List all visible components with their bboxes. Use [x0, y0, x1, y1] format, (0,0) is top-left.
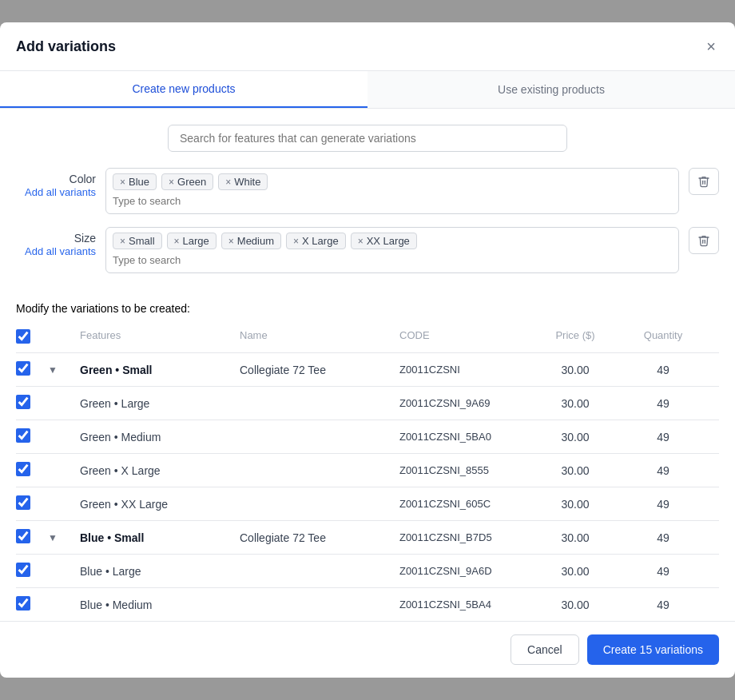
row0-price: 30.00	[527, 364, 623, 376]
color-search-input[interactable]	[113, 193, 672, 209]
size-label-container: Size Add all variants	[16, 227, 96, 257]
select-all-checkbox[interactable]	[16, 329, 30, 344]
size-delete-button[interactable]	[689, 227, 719, 254]
row6-feature: Blue • Large	[80, 565, 240, 578]
cancel-button[interactable]: Cancel	[511, 634, 579, 665]
row3-price: 30.00	[527, 464, 623, 477]
search-input[interactable]	[168, 125, 567, 152]
row4-feature: Green • XX Large	[80, 498, 240, 511]
row7-checkbox[interactable]	[16, 596, 30, 611]
tag-blue: ×Blue	[113, 173, 157, 190]
header-code: CODE	[399, 329, 527, 346]
row4-price: 30.00	[527, 498, 623, 511]
color-tags-row: ×Blue ×Green ×White	[113, 173, 672, 190]
row2-checkbox[interactable]	[16, 428, 30, 443]
size-search-input[interactable]	[113, 253, 672, 268]
header-quantity: Quantity	[623, 329, 703, 346]
header-features: Features	[80, 329, 240, 346]
variations-table: Features Name CODE Price ($) Quantity ▼ …	[0, 323, 735, 621]
row5-qty: 49	[623, 531, 703, 544]
modal-header: Add variations ×	[0, 22, 735, 71]
row3-checkbox-cell	[16, 462, 48, 479]
header-checkbox-col	[16, 329, 48, 346]
row4-checkbox[interactable]	[16, 495, 30, 510]
search-container	[168, 125, 567, 152]
header-name: Name	[240, 329, 399, 346]
row0-code: Z0011CZSNI	[399, 364, 527, 376]
close-button[interactable]: ×	[703, 35, 719, 58]
row6-price: 30.00	[527, 565, 623, 578]
add-variations-modal: Add variations × Create new products Use…	[0, 22, 735, 678]
row7-qty: 49	[623, 599, 703, 611]
table-row: Green • Large Z0011CZSNI_9A69 30.00 49	[16, 387, 719, 420]
size-add-all-link[interactable]: Add all variants	[25, 245, 96, 257]
row0-checkbox-cell	[16, 361, 48, 378]
row6-code: Z0011CZSNI_9A6D	[399, 565, 527, 577]
row0-qty: 49	[623, 364, 703, 376]
tag-xx-large-remove[interactable]: ×	[358, 236, 364, 247]
color-label: Color	[16, 173, 96, 185]
row7-checkbox-cell	[16, 596, 48, 613]
row7-price: 30.00	[527, 599, 623, 611]
table-row: Green • X Large Z0011CZSNI_8555 30.00 49	[16, 454, 719, 487]
row5-code: Z0011CZSNI_B7D5	[399, 531, 527, 543]
tag-large: ×Large	[167, 233, 217, 249]
tag-white-remove[interactable]: ×	[225, 177, 231, 188]
table-header: Features Name CODE Price ($) Quantity	[16, 323, 719, 353]
row1-checkbox[interactable]	[16, 395, 30, 409]
color-tags-container: ×Blue ×Green ×White	[105, 168, 679, 214]
trash-icon-size	[697, 234, 710, 247]
row0-name: Collegiate 72 Tee	[240, 364, 399, 376]
row1-price: 30.00	[527, 397, 623, 410]
tab-create-new[interactable]: Create new products	[0, 71, 368, 108]
tag-small: ×Small	[113, 233, 162, 249]
row3-code: Z0011CZSNI_8555	[399, 464, 527, 476]
color-label-container: Color Add all variants	[16, 168, 96, 198]
row5-chevron[interactable]: ▼	[48, 532, 80, 543]
tag-x-large: ×X Large	[286, 233, 346, 249]
tag-xx-large: ×XX Large	[351, 233, 417, 249]
modal-title: Add variations	[16, 38, 116, 55]
tag-small-remove[interactable]: ×	[120, 236, 125, 247]
tag-large-remove[interactable]: ×	[174, 236, 180, 247]
tag-green-remove[interactable]: ×	[169, 177, 174, 188]
row5-feature: Blue • Small	[80, 531, 240, 544]
color-variation-row: Color Add all variants ×Blue ×Green ×Whi…	[16, 168, 719, 214]
row5-checkbox-cell	[16, 529, 48, 546]
row7-code: Z0011CZSNI_5BA4	[399, 599, 527, 611]
row0-checkbox[interactable]	[16, 361, 30, 376]
row7-feature: Blue • Medium	[80, 599, 240, 611]
table-row: ▼ Blue • Small Collegiate 72 Tee Z0011CZ…	[16, 521, 719, 555]
tab-use-existing[interactable]: Use existing products	[368, 71, 735, 108]
row0-chevron[interactable]: ▼	[48, 364, 80, 376]
search-area: Color Add all variants ×Blue ×Green ×Whi…	[0, 109, 735, 302]
create-variations-button[interactable]: Create 15 variations	[587, 634, 719, 665]
row5-checkbox[interactable]	[16, 529, 30, 543]
tag-white: ×White	[218, 173, 268, 190]
color-add-all-link[interactable]: Add all variants	[25, 186, 96, 198]
modal-body: Create new products Use existing product…	[0, 71, 735, 621]
header-chevron-col	[48, 329, 80, 346]
tag-x-large-remove[interactable]: ×	[293, 236, 299, 247]
row6-checkbox[interactable]	[16, 563, 30, 577]
table-row: Green • Medium Z0011CZSNI_5BA0 30.00 49	[16, 420, 719, 454]
row0-feature: Green • Small	[80, 364, 240, 376]
tag-medium-remove[interactable]: ×	[228, 236, 234, 247]
row3-checkbox[interactable]	[16, 462, 30, 476]
table-row: Green • XX Large Z0011CZSNI_605C 30.00 4…	[16, 487, 719, 521]
size-variation-row: Size Add all variants ×Small ×Large ×Med…	[16, 227, 719, 273]
header-price: Price ($)	[527, 329, 623, 346]
table-row: ▼ Green • Small Collegiate 72 Tee Z0011C…	[16, 353, 719, 387]
tab-bar: Create new products Use existing product…	[0, 71, 735, 109]
row5-name: Collegiate 72 Tee	[240, 531, 399, 544]
size-tags-row: ×Small ×Large ×Medium ×X Large ×XX Large	[113, 233, 672, 249]
tag-blue-remove[interactable]: ×	[120, 177, 125, 188]
row1-code: Z0011CZSNI_9A69	[399, 397, 527, 409]
row4-checkbox-cell	[16, 495, 48, 512]
row2-code: Z0011CZSNI_5BA0	[399, 431, 527, 443]
modal-footer: Cancel Create 15 variations	[0, 621, 735, 678]
table-row: Blue • Large Z0011CZSNI_9A6D 30.00 49	[16, 555, 719, 588]
row4-code: Z0011CZSNI_605C	[399, 498, 527, 510]
color-delete-button[interactable]	[689, 168, 719, 195]
row2-qty: 49	[623, 431, 703, 443]
